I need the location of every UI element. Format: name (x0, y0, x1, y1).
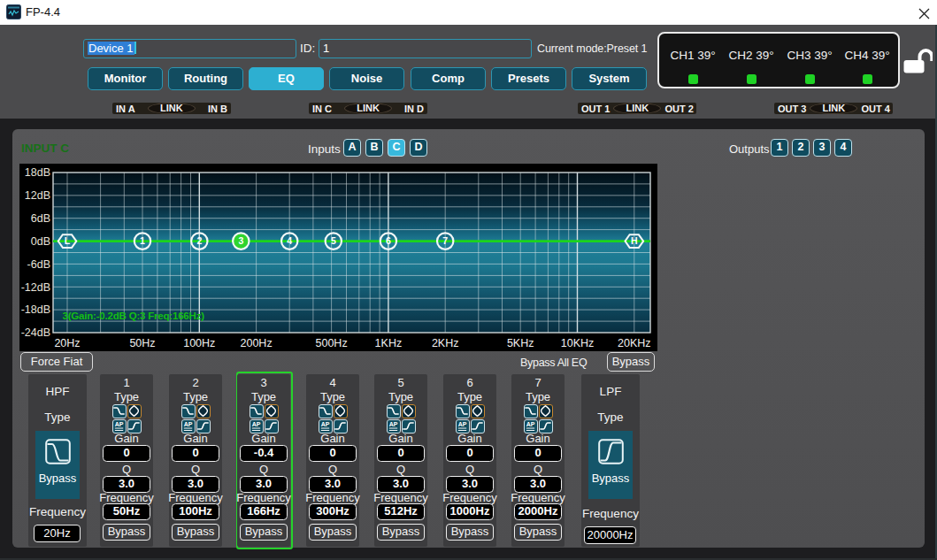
svg-text:5KHz: 5KHz (507, 337, 534, 349)
svg-text:12dB: 12dB (25, 189, 50, 202)
svg-text:20Hz: 20Hz (54, 337, 80, 349)
svg-text:20KHz: 20KHz (618, 337, 651, 349)
svg-text:0dB: 0dB (31, 235, 50, 248)
svg-text:200Hz: 200Hz (241, 337, 273, 349)
svg-text:-24dB: -24dB (21, 326, 50, 339)
svg-text:3(Gain:-0.2dB Q:3 Freq:166Hz): 3(Gain:-0.2dB Q:3 Freq:166Hz) (63, 311, 205, 321)
svg-text:100Hz: 100Hz (183, 337, 215, 349)
svg-text:AP: AP (388, 421, 397, 427)
svg-text:-18dB: -18dB (21, 303, 50, 316)
svg-text:1: 1 (140, 235, 145, 246)
svg-text:H: H (631, 235, 638, 246)
svg-text:AP: AP (526, 421, 534, 427)
svg-text:500Hz: 500Hz (316, 337, 348, 349)
svg-text:AP: AP (320, 421, 329, 427)
svg-text:4: 4 (287, 235, 292, 246)
svg-text:-6dB: -6dB (27, 258, 50, 271)
svg-text:10KHz: 10KHz (561, 337, 595, 349)
svg-text:AP: AP (251, 421, 260, 427)
svg-text:AP: AP (457, 421, 466, 427)
svg-text:3: 3 (238, 235, 243, 246)
svg-text:5: 5 (331, 235, 336, 246)
svg-text:AP: AP (114, 421, 123, 427)
svg-text:18dB: 18dB (25, 166, 50, 179)
svg-text:AP: AP (183, 421, 192, 427)
svg-text:7: 7 (442, 235, 448, 246)
svg-text:50Hz: 50Hz (129, 337, 155, 349)
svg-text:2KHz: 2KHz (432, 337, 459, 349)
svg-text:1KHz: 1KHz (375, 337, 403, 349)
svg-text:2: 2 (196, 235, 202, 246)
svg-text:6dB: 6dB (31, 212, 50, 225)
svg-text:L: L (65, 235, 71, 246)
svg-text:6: 6 (386, 235, 391, 246)
svg-text:-12dB: -12dB (21, 281, 50, 294)
